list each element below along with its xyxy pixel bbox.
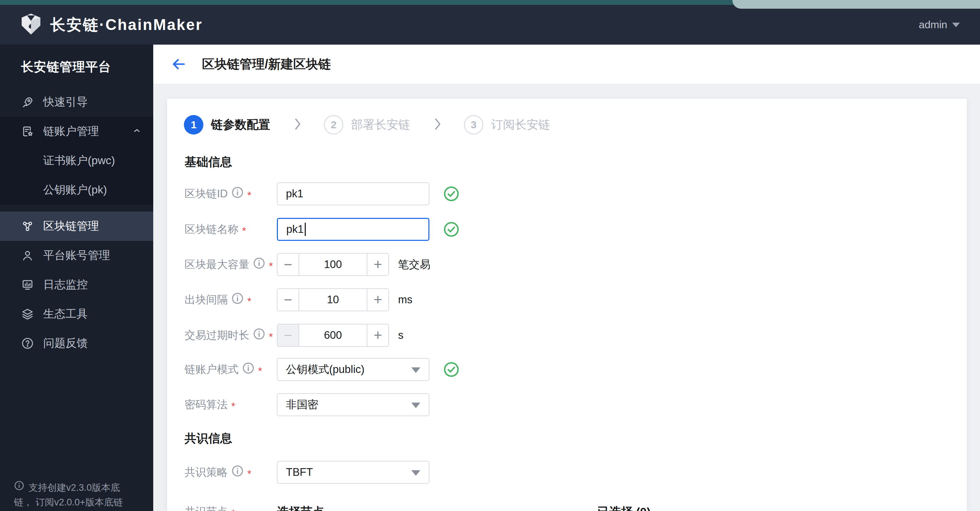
wizard-card: 1 链参数配置 2 部署长安链 3 订阅长安链 基础信息 区块链ID * <box>167 99 967 511</box>
block-interval-value[interactable]: 10 <box>299 289 367 311</box>
crypto-algo-label: 密码算法 <box>185 398 228 412</box>
form-row-block-capacity: 区块最大容量 * − 100 + 笔交易 <box>185 253 430 276</box>
tx-expire-unit: s <box>398 329 404 342</box>
chain-id-value: pk1 <box>286 187 303 200</box>
block-capacity-value[interactable]: 100 <box>299 254 367 275</box>
text-cursor <box>305 223 306 236</box>
chevron-right-icon <box>292 117 304 133</box>
required-asterisk: * <box>247 189 251 201</box>
monitor-icon <box>21 278 34 291</box>
info-icon <box>14 480 24 495</box>
select-caret-icon <box>411 402 420 408</box>
tx-expire-stepper: − 600 + <box>277 324 389 347</box>
sidebar-item-label: 问题反馈 <box>43 336 88 351</box>
select-caret-icon <box>411 367 420 373</box>
back-button[interactable] <box>171 56 187 72</box>
sidebar-item-quick-guide[interactable]: 快速引导 <box>0 88 153 117</box>
required-asterisk: * <box>258 365 262 377</box>
crypto-algo-select[interactable]: 非国密 <box>277 393 430 416</box>
sidebar-item-label: 公钥账户(pk) <box>43 182 107 198</box>
chevron-up-icon <box>132 125 142 138</box>
sidebar-item-label: 证书账户(pwc) <box>43 153 115 168</box>
section-basic-info: 基础信息 <box>185 154 232 170</box>
sidebar-item-chain-account-mgmt[interactable]: 链账户管理 <box>0 117 153 146</box>
step-3-circle: 3 <box>464 115 484 134</box>
sidebar-item-feedback[interactable]: 问题反馈 <box>0 329 153 358</box>
node-picker-title: 选择节点 <box>277 504 324 511</box>
sidebar-item-label: 链账户管理 <box>43 124 99 139</box>
required-asterisk: * <box>269 331 273 343</box>
info-icon[interactable] <box>231 292 244 307</box>
user-icon <box>21 249 34 262</box>
brand-logo-text: 长安链·ChainMaker <box>50 14 203 35</box>
consensus-strategy-label: 共识策略 <box>185 465 228 480</box>
increment-button[interactable]: + <box>367 254 388 275</box>
valid-check-icon <box>443 221 459 237</box>
version-note-line2: 链， 订阅v2.0.0+版本底链 <box>14 495 148 509</box>
sidebar-gap <box>0 204 153 212</box>
decrement-button[interactable]: − <box>278 254 299 275</box>
block-capacity-stepper: − 100 + <box>277 253 389 276</box>
form-row-consensus-nodes: 共识节点 * <box>185 503 277 511</box>
sidebar-item-blockchain-mgmt[interactable]: 区块链管理 <box>0 212 153 241</box>
block-capacity-unit: 笔交易 <box>398 257 430 272</box>
consensus-strategy-value: TBFT <box>286 466 313 479</box>
chain-name-label: 区块链名称 <box>185 222 239 237</box>
sidebar-group-chain-accounts: 链账户管理 证书账户(pwc) 公钥账户(pk) <box>0 117 153 204</box>
info-icon[interactable] <box>231 465 244 480</box>
required-asterisk: * <box>247 295 251 307</box>
step-indicator: 1 链参数配置 2 部署长安链 3 订阅长安链 <box>184 115 550 134</box>
form-row-consensus-strategy: 共识策略 * TBFT <box>185 461 430 484</box>
admin-menu[interactable]: admin <box>919 19 960 31</box>
form-row-crypto-algo: 密码算法 * 非国密 <box>185 393 430 416</box>
admin-username[interactable]: admin <box>919 19 947 31</box>
chainmaker-logo-icon <box>19 13 43 37</box>
chevron-right-icon <box>432 117 444 133</box>
sidebar-item-label: 平台账号管理 <box>43 248 110 263</box>
chain-id-label: 区块链ID <box>185 187 228 201</box>
consensus-strategy-select[interactable]: TBFT <box>277 461 430 484</box>
breadcrumb: 区块链管理/新建区块链 <box>202 56 331 73</box>
tx-expire-label: 交易过期时长 <box>185 328 249 343</box>
breadcrumb-bar: 区块链管理/新建区块链 <box>153 45 980 84</box>
increment-button[interactable]: + <box>367 289 388 311</box>
sidebar-item-eco-tools[interactable]: 生态工具 <box>0 299 153 329</box>
sidebar-item-log-monitor[interactable]: 日志监控 <box>0 270 153 299</box>
crypto-algo-value: 非国密 <box>286 398 318 412</box>
form-row-chain-id: 区块链ID * pk1 <box>185 182 459 205</box>
valid-check-icon <box>443 361 459 377</box>
step-1-circle: 1 <box>184 115 204 134</box>
brand-logo: 长安链·ChainMaker <box>19 13 203 37</box>
form-row-chain-name: 区块链名称 * pk1 <box>185 218 459 241</box>
chevron-down-icon <box>952 23 960 27</box>
valid-check-icon <box>443 186 459 202</box>
account-mode-select[interactable]: 公钥模式(public) <box>277 358 430 381</box>
tx-expire-value[interactable]: 600 <box>299 324 367 346</box>
section-consensus-info: 共识信息 <box>185 431 232 447</box>
info-icon[interactable] <box>253 327 266 343</box>
account-mode-value: 公钥模式(public) <box>286 362 364 377</box>
select-caret-icon <box>411 470 420 476</box>
info-icon[interactable] <box>242 362 255 377</box>
decrement-button-disabled[interactable]: − <box>278 324 299 346</box>
block-interval-label: 出块间隔 <box>185 292 228 307</box>
sidebar-item-label: 区块链管理 <box>43 219 99 234</box>
info-icon[interactable] <box>253 257 266 272</box>
sidebar-item-label: 日志监控 <box>43 277 88 292</box>
decrement-button[interactable]: − <box>278 289 299 311</box>
form-row-tx-expire: 交易过期时长 * − 600 + s <box>185 324 404 347</box>
form-row-account-mode: 链账户模式 * 公钥模式(public) <box>185 358 459 381</box>
sidebar-item-platform-accounts[interactable]: 平台账号管理 <box>0 241 153 270</box>
chain-name-value: pk1 <box>286 223 304 236</box>
sidebar-item-cert-account-pwc[interactable]: 证书账户(pwc) <box>0 146 153 175</box>
sidebar-platform-title: 长安链管理平台 <box>21 59 111 76</box>
step-2-label: 部署长安链 <box>351 117 410 133</box>
node-selected-title: 已选择 (0) <box>597 504 651 511</box>
layers-icon <box>21 307 34 321</box>
sidebar-item-pk-account[interactable]: 公钥账户(pk) <box>0 175 153 204</box>
chain-name-input[interactable]: pk1 <box>277 218 430 241</box>
form-row-block-interval: 出块间隔 * − 10 + ms <box>185 288 412 311</box>
increment-button[interactable]: + <box>367 324 388 346</box>
chain-id-input[interactable]: pk1 <box>277 182 430 205</box>
info-icon[interactable] <box>231 186 244 201</box>
